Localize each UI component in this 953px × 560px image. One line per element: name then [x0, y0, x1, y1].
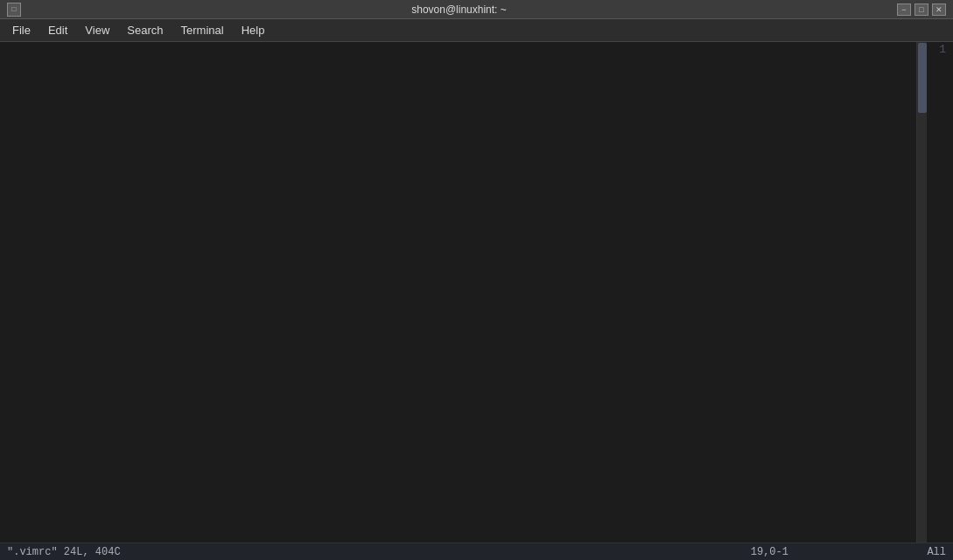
- window-title: shovon@linuxhint: ~: [411, 4, 507, 16]
- code-area[interactable]: [0, 42, 916, 542]
- menu-item-file[interactable]: File: [4, 22, 39, 38]
- maximize-button[interactable]: □: [914, 4, 928, 16]
- line-numbers: 1: [927, 42, 953, 542]
- close-button[interactable]: ✕: [932, 4, 946, 16]
- window-icon: □: [7, 3, 21, 17]
- status-position: 19,0-1 All: [751, 546, 946, 558]
- menu-bar: FileEditViewSearchTerminalHelp: [0, 19, 953, 42]
- menu-item-search[interactable]: Search: [118, 22, 172, 38]
- status-bar: ".vimrc" 24L, 404C 19,0-1 All: [0, 542, 953, 560]
- menu-item-terminal[interactable]: Terminal: [172, 22, 233, 38]
- menu-item-help[interactable]: Help: [233, 22, 274, 38]
- menu-item-edit[interactable]: Edit: [39, 22, 76, 38]
- title-bar: □ shovon@linuxhint: ~ − □ ✕: [0, 0, 953, 19]
- window-controls[interactable]: − □ ✕: [897, 4, 946, 16]
- menu-item-view[interactable]: View: [76, 22, 118, 38]
- scrollbar-thumb[interactable]: [918, 43, 927, 113]
- editor-container: 1: [0, 42, 953, 542]
- scrollbar[interactable]: [916, 42, 927, 542]
- status-file: ".vimrc" 24L, 404C: [7, 546, 121, 558]
- minimize-button[interactable]: −: [897, 4, 911, 16]
